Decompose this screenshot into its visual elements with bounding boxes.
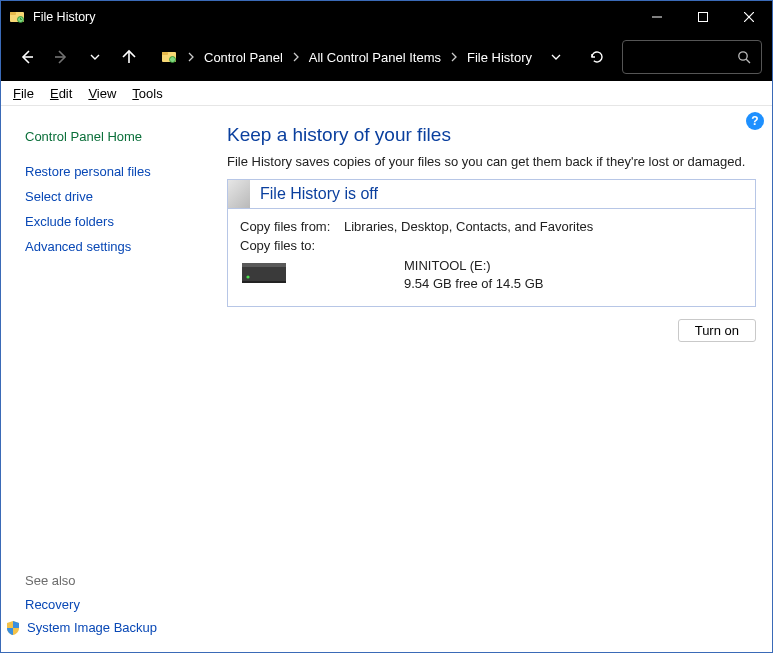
sidebar-recovery[interactable]: Recovery (25, 592, 211, 617)
breadcrumb-control-panel[interactable]: Control Panel (198, 41, 289, 73)
minimize-icon (652, 12, 662, 22)
sidebar-restore-personal-files[interactable]: Restore personal files (25, 159, 211, 184)
page-heading: Keep a history of your files (227, 124, 756, 146)
sidebar-select-drive[interactable]: Select drive (25, 184, 211, 209)
address-icon (154, 49, 184, 65)
titlebar: File History (1, 1, 772, 33)
see-also-label: See also (25, 567, 211, 592)
window-title: File History (33, 10, 634, 24)
close-button[interactable] (726, 1, 772, 33)
status-title: File History is off (250, 181, 388, 207)
copy-to-label: Copy files to: (240, 238, 344, 253)
svg-point-13 (739, 52, 747, 60)
refresh-icon (589, 49, 605, 65)
file-history-window: File History (0, 0, 773, 653)
svg-rect-11 (162, 52, 168, 55)
sidebar-control-panel-home[interactable]: Control Panel Home (25, 124, 211, 149)
svg-rect-4 (699, 13, 708, 22)
breadcrumb-file-history[interactable]: File History (461, 41, 538, 73)
main-content: Keep a history of your files File Histor… (211, 106, 772, 652)
recent-locations-button[interactable] (79, 41, 111, 73)
drive-space: 9.54 GB free of 14.5 GB (404, 275, 543, 293)
breadcrumb-all-items[interactable]: All Control Panel Items (303, 41, 447, 73)
chevron-right-icon[interactable] (289, 52, 303, 62)
chevron-down-icon (89, 51, 101, 63)
status-panel-body: Copy files from: Libraries, Desktop, Con… (228, 209, 755, 306)
copy-from-label: Copy files from: (240, 219, 344, 234)
refresh-button[interactable] (580, 40, 614, 74)
arrow-right-icon (53, 49, 69, 65)
sidebar: Control Panel Home Restore personal file… (1, 106, 211, 652)
window-controls (634, 1, 772, 33)
status-swatch (228, 180, 250, 208)
turn-on-button[interactable]: Turn on (678, 319, 756, 342)
sidebar-exclude-folders[interactable]: Exclude folders (25, 209, 211, 234)
arrow-up-icon (121, 49, 137, 65)
maximize-icon (698, 12, 708, 22)
status-panel: File History is off Copy files from: Lib… (227, 179, 756, 307)
search-icon (737, 50, 751, 64)
svg-rect-16 (242, 263, 286, 267)
chevron-right-icon[interactable] (447, 52, 461, 62)
body: ? Control Panel Home Restore personal fi… (1, 106, 772, 652)
svg-line-14 (746, 59, 750, 63)
sidebar-system-image-backup[interactable]: System Image Backup (27, 617, 157, 638)
menubar: File Edit View Tools (1, 81, 772, 106)
svg-point-17 (246, 275, 249, 278)
drive-name: MINITOOL (E:) (404, 257, 543, 275)
drive-icon-wrap (240, 257, 344, 287)
drive-icon (240, 257, 288, 287)
page-subtitle: File History saves copies of your files … (227, 154, 756, 169)
sidebar-advanced-settings[interactable]: Advanced settings (25, 234, 211, 259)
back-button[interactable] (11, 41, 43, 73)
forward-button[interactable] (45, 41, 77, 73)
arrow-left-icon (19, 49, 35, 65)
svg-rect-1 (10, 12, 16, 15)
menu-edit[interactable]: Edit (42, 84, 80, 103)
maximize-button[interactable] (680, 1, 726, 33)
chevron-right-icon[interactable] (184, 52, 198, 62)
address-bar[interactable]: Control Panel All Control Panel Items Fi… (153, 40, 572, 74)
address-dropdown[interactable] (541, 51, 571, 63)
close-icon (744, 12, 754, 22)
copy-from-value: Libraries, Desktop, Contacts, and Favori… (344, 219, 743, 234)
search-input[interactable] (622, 40, 762, 74)
menu-tools[interactable]: Tools (124, 84, 170, 103)
svg-rect-18 (242, 281, 286, 283)
svg-point-12 (170, 57, 176, 63)
app-icon (9, 9, 25, 25)
navigation-bar: Control Panel All Control Panel Items Fi… (1, 33, 772, 81)
shield-icon (5, 620, 21, 636)
menu-file[interactable]: File (5, 84, 42, 103)
up-button[interactable] (113, 41, 145, 73)
menu-view[interactable]: View (80, 84, 124, 103)
status-panel-header: File History is off (228, 180, 755, 209)
chevron-down-icon (550, 51, 562, 63)
minimize-button[interactable] (634, 1, 680, 33)
